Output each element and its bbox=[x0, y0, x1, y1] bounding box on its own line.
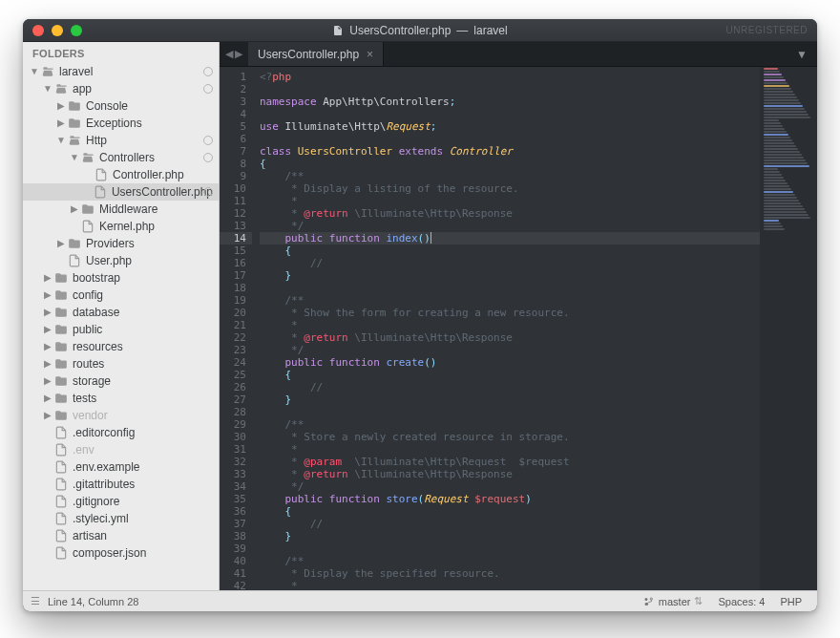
traffic-lights bbox=[32, 25, 82, 36]
tree-row[interactable]: User.php bbox=[23, 252, 219, 269]
indentation[interactable]: Spaces: 4 bbox=[710, 596, 772, 607]
folder-icon bbox=[53, 356, 69, 372]
chevron-down-icon[interactable]: ▼ bbox=[42, 80, 53, 97]
folder-icon bbox=[53, 391, 69, 406]
tree-label: composer.json bbox=[73, 544, 146, 562]
folder-icon bbox=[67, 133, 82, 148]
title-project: laravel bbox=[473, 24, 507, 37]
tree-row[interactable]: ▶Exceptions bbox=[23, 115, 219, 132]
tree-row[interactable]: ▶storage bbox=[23, 372, 219, 390]
tree-label: artisan bbox=[73, 527, 107, 544]
tree-row[interactable]: ▼laravel bbox=[23, 63, 219, 80]
tree-row[interactable]: ▶resources bbox=[23, 338, 219, 355]
file-icon bbox=[332, 25, 344, 36]
tree-label: Http bbox=[86, 132, 107, 149]
tree-row[interactable]: artisan bbox=[23, 527, 219, 544]
menu-icon[interactable]: ☰ bbox=[31, 595, 40, 607]
code-content[interactable]: <?phpnamespace App\Http\Controllers;use … bbox=[252, 67, 760, 590]
chevron-right-icon[interactable]: ▶ bbox=[55, 235, 67, 252]
tree-label: .gitignore bbox=[73, 493, 119, 510]
branch-sync-icon[interactable]: ⇅ bbox=[694, 595, 703, 607]
file-tree[interactable]: ▼laravel▼app▶Console▶Exceptions▼Http▼Con… bbox=[23, 63, 219, 590]
minimap[interactable] bbox=[760, 67, 817, 590]
chevron-down-icon[interactable]: ▼ bbox=[69, 149, 80, 166]
tree-row[interactable]: .editorconfig bbox=[23, 424, 219, 441]
chevron-right-icon[interactable]: ▶ bbox=[69, 201, 80, 218]
tree-row[interactable]: ▶tests bbox=[23, 390, 219, 407]
tree-label: .gitattributes bbox=[73, 476, 135, 493]
git-branch[interactable]: master ⇅ bbox=[636, 595, 711, 607]
tab-prev-icon[interactable]: ◀ bbox=[225, 48, 233, 60]
status-bar: ☰ Line 14, Column 28 master ⇅ Spaces: 4 … bbox=[23, 590, 817, 611]
tab-label: UsersController.php bbox=[258, 48, 359, 61]
tree-row[interactable]: ▶vendor bbox=[23, 407, 219, 424]
folder-icon bbox=[53, 408, 69, 423]
tree-label: app bbox=[73, 80, 92, 97]
tree-row[interactable]: ▶Providers bbox=[23, 235, 219, 252]
titlebar: UsersController.php — laravel UNREGISTER… bbox=[23, 19, 817, 42]
close-icon[interactable] bbox=[32, 25, 44, 36]
tree-label: resources bbox=[73, 338, 123, 355]
tree-label: bootstrap bbox=[73, 269, 120, 287]
chevron-right-icon[interactable]: ▶ bbox=[42, 355, 53, 372]
vcs-status-icon bbox=[203, 187, 213, 197]
chevron-down-icon[interactable]: ▼ bbox=[29, 63, 40, 80]
tree-row[interactable]: Kernel.php bbox=[23, 218, 219, 235]
tree-row[interactable]: ▼app bbox=[23, 80, 219, 97]
tree-label: .env bbox=[73, 441, 94, 458]
tree-row[interactable]: ▶bootstrap bbox=[23, 269, 219, 287]
tree-row[interactable]: Controller.php bbox=[23, 166, 219, 183]
chevron-right-icon[interactable]: ▶ bbox=[55, 115, 67, 132]
chevron-right-icon[interactable]: ▶ bbox=[42, 304, 53, 321]
minimize-icon[interactable] bbox=[52, 25, 63, 36]
tab-next-icon[interactable]: ▶ bbox=[235, 48, 242, 60]
code-viewport[interactable]: 1234567891011121314151617181920212223242… bbox=[220, 67, 817, 590]
maximize-icon[interactable] bbox=[71, 25, 82, 36]
folder-icon bbox=[53, 373, 69, 389]
branch-name: master bbox=[659, 596, 691, 607]
chevron-right-icon[interactable]: ▶ bbox=[42, 407, 53, 424]
chevron-right-icon[interactable]: ▶ bbox=[42, 321, 53, 338]
tree-row[interactable]: .gitattributes bbox=[23, 476, 219, 493]
chevron-down-icon[interactable]: ▼ bbox=[55, 132, 67, 149]
tree-row[interactable]: .env bbox=[23, 441, 219, 458]
sidebar-heading: FOLDERS bbox=[23, 42, 219, 63]
tree-row[interactable]: .env.example bbox=[23, 458, 219, 476]
file-icon bbox=[94, 167, 109, 182]
tree-row[interactable]: ▶config bbox=[23, 287, 219, 304]
tree-row[interactable]: .styleci.yml bbox=[23, 510, 219, 527]
tree-row[interactable]: ▶Console bbox=[23, 97, 219, 115]
tab-nav-arrows[interactable]: ◀ ▶ bbox=[220, 42, 248, 66]
tree-row[interactable]: ▼Controllers bbox=[23, 149, 219, 166]
file-icon bbox=[53, 459, 69, 475]
tree-row[interactable]: .gitignore bbox=[23, 493, 219, 510]
folder-icon bbox=[40, 64, 55, 79]
folder-icon bbox=[53, 270, 69, 286]
file-icon bbox=[53, 528, 69, 543]
chevron-right-icon[interactable]: ▶ bbox=[42, 390, 53, 407]
chevron-right-icon[interactable]: ▶ bbox=[42, 269, 53, 287]
tabstrip-menu-icon[interactable]: ▼ bbox=[787, 42, 817, 66]
folder-icon bbox=[67, 98, 82, 114]
tree-row[interactable]: ▶public bbox=[23, 321, 219, 338]
chevron-right-icon[interactable]: ▶ bbox=[42, 338, 53, 355]
tree-row[interactable]: ▼Http bbox=[23, 132, 219, 149]
line-numbers: 1234567891011121314151617181920212223242… bbox=[220, 67, 252, 590]
editor-area: ◀ ▶ UsersController.php × ▼ 123456789101… bbox=[220, 42, 817, 590]
chevron-right-icon[interactable]: ▶ bbox=[55, 97, 67, 115]
tree-row[interactable]: ▶routes bbox=[23, 355, 219, 372]
tree-label: Exceptions bbox=[86, 115, 142, 132]
folder-icon bbox=[53, 81, 69, 96]
file-icon bbox=[53, 545, 69, 561]
tree-row[interactable]: ▶database bbox=[23, 304, 219, 321]
tab-userscontroller[interactable]: UsersController.php × bbox=[248, 42, 384, 66]
chevron-right-icon[interactable]: ▶ bbox=[42, 287, 53, 304]
title-sep: — bbox=[456, 24, 468, 37]
tree-row[interactable]: composer.json bbox=[23, 544, 219, 562]
syntax-mode[interactable]: PHP bbox=[772, 596, 809, 607]
tab-close-icon[interactable]: × bbox=[367, 48, 373, 61]
tree-row[interactable]: ▶Middleware bbox=[23, 201, 219, 218]
tree-row[interactable]: UsersController.php bbox=[23, 183, 219, 201]
chevron-right-icon[interactable]: ▶ bbox=[42, 372, 53, 390]
cursor-position[interactable]: Line 14, Column 28 bbox=[40, 596, 146, 607]
